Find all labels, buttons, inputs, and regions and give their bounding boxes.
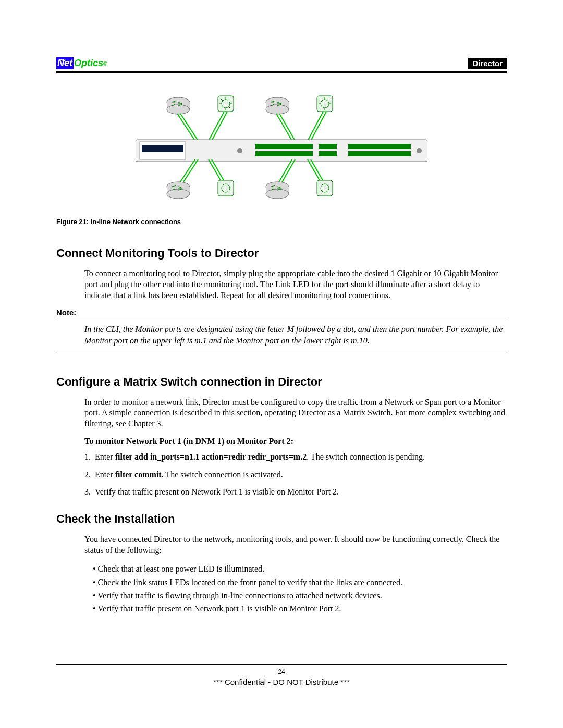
page-header: ~ Net Optics® Director (56, 57, 507, 73)
svg-rect-35 (255, 151, 313, 156)
list-item: Check the link status LEDs located on th… (93, 576, 507, 588)
section-connect-monitoring-body: To connect a monitoring tool to Director… (84, 268, 507, 301)
svg-line-29 (311, 112, 326, 141)
section-check-body: You have connected Director to the netwo… (84, 534, 507, 556)
svg-line-26 (276, 114, 292, 141)
section-matrix-body: In order to monitor a network link, Dire… (84, 397, 507, 429)
svg-point-56 (266, 189, 289, 199)
svg-line-22 (177, 114, 195, 141)
header-product-label: Director (468, 58, 507, 69)
step-1: Enter filter add in_ports=n1.1 action=re… (93, 451, 507, 463)
list-item: Check that at least one power LED is ill… (93, 563, 507, 575)
matrix-steps-list: Enter filter add in_ports=n1.1 action=re… (93, 451, 507, 498)
list-item: Verify that traffic is flowing through i… (93, 589, 507, 601)
svg-point-33 (237, 148, 242, 153)
svg-point-40 (417, 148, 422, 153)
figure-caption: Figure 21: In-line Network connections (56, 218, 507, 226)
brand-logo: ~ Net Optics® (56, 57, 107, 69)
svg-line-27 (279, 114, 295, 141)
section-matrix-title: Configure a Matrix Switch connection in … (56, 375, 507, 389)
svg-rect-39 (348, 151, 411, 156)
svg-rect-37 (319, 151, 337, 156)
registered-icon: ® (103, 60, 107, 67)
logo-net-box: ~ Net (56, 57, 74, 69)
logo-optics-text: Optics (74, 58, 103, 69)
confidential-notice: *** Confidential - DO NOT Distribute *** (56, 677, 507, 686)
svg-line-28 (308, 112, 323, 141)
svg-point-2 (167, 105, 190, 114)
section-matrix-subhead: To monitor Network Port 1 (in DNM 1) on … (84, 437, 507, 446)
svg-line-23 (180, 114, 198, 141)
svg-rect-52 (218, 180, 234, 196)
note-label: Note: (56, 308, 76, 318)
svg-line-25 (212, 112, 227, 141)
note-text: In the CLI, the Monitor ports are design… (84, 324, 507, 346)
svg-point-15 (266, 105, 289, 114)
note-block: Note: In the CLI, the Monitor ports are … (56, 308, 507, 354)
section-connect-monitoring-title: Connect Monitoring Tools to Director (56, 246, 507, 260)
network-diagram-icon (136, 89, 427, 208)
page-footer: 24 *** Confidential - DO NOT Distribute … (56, 664, 507, 686)
step-3: Verify that traffic present on Network P… (93, 486, 507, 498)
section-check-title: Check the Installation (56, 512, 507, 526)
svg-line-24 (209, 112, 224, 141)
svg-rect-38 (348, 144, 411, 149)
svg-rect-36 (319, 144, 337, 149)
svg-rect-57 (317, 180, 333, 196)
svg-point-51 (167, 189, 190, 199)
svg-rect-32 (142, 145, 183, 152)
check-bullet-list: Check that at least one power LED is ill… (93, 563, 507, 614)
list-item: Verify that traffic present on Network p… (93, 602, 507, 614)
step-2: Enter filter commit. The switch connecti… (93, 469, 507, 480)
page-number: 24 (56, 668, 507, 675)
svg-rect-34 (255, 144, 313, 149)
tilde-icon: ~ (59, 54, 66, 66)
figure-21 (56, 89, 507, 211)
